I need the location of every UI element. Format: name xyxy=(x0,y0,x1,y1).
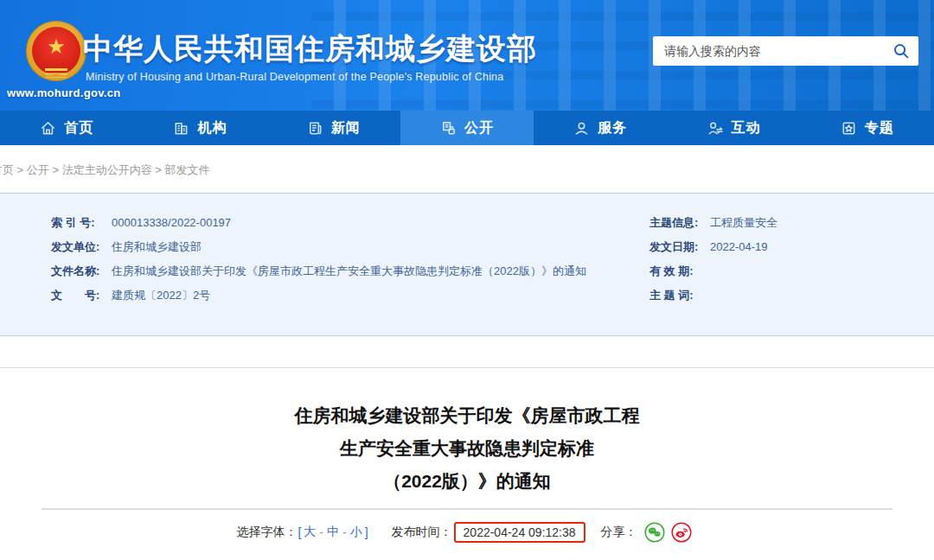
meta-row-issuing-unit: 发文单位: 住房和城乡建设部 xyxy=(51,239,622,255)
meta-row-index-number: 索 引 号: 000013338/2022-00197 xyxy=(51,214,622,231)
service-icon xyxy=(573,120,590,137)
site-header: ★ www.mohurd.gov.cn 中华人民共和国住房和城乡建设部 Mini… xyxy=(0,0,934,111)
nav-item-disclosure[interactable]: 公开 xyxy=(400,111,534,145)
weibo-icon[interactable] xyxy=(671,522,692,543)
wechat-icon[interactable] xyxy=(644,522,665,543)
font-size-medium[interactable]: 中 xyxy=(327,525,339,540)
breadcrumb-bar: 首页 > 公开 > 法定主动公开内容 > 部发文件 xyxy=(0,145,934,193)
article-toolbar: 选择字体： [ 大 - 中 - 小 ] 发布时间： 2022-04-24 09:… xyxy=(0,522,934,543)
site-url: www.mohurd.gov.cn xyxy=(7,86,121,99)
divider xyxy=(42,508,892,510)
share-widget: 分享： xyxy=(601,522,698,543)
publish-timestamp-highlighted: 2022-04-24 09:12:38 xyxy=(454,522,585,543)
meta-row-issue-date: 发文日期: 2022-04-19 xyxy=(649,239,934,255)
publish-time: 发布时间： 2022-04-24 09:12:38 xyxy=(392,522,585,543)
interaction-icon xyxy=(707,120,724,137)
meta-row-document-name: 文件名称: 住房和城乡建设部关于印发《房屋市政工程生产安全重大事故隐患判定标准（… xyxy=(51,263,622,279)
nav-item-topics[interactable]: 专题 xyxy=(801,111,934,145)
font-size-selector: 选择字体： [ 大 - 中 - 小 ] xyxy=(236,525,368,540)
national-emblem-logo: ★ xyxy=(26,21,86,81)
topics-icon xyxy=(841,120,857,137)
article-panel: 住房和城乡建设部关于印发《房屋市政工程 生产安全重大事故隐患判定标准 （2022… xyxy=(0,367,934,560)
search-icon[interactable] xyxy=(892,42,910,60)
site-title: 中华人民共和国住房和城乡建设部 xyxy=(83,29,537,69)
disclosure-icon xyxy=(440,120,457,137)
organization-icon xyxy=(173,120,189,137)
main-nav: 首页 机构 新闻 公开 xyxy=(0,111,934,145)
meta-row-document-number: 文 号: 建质规〔2022〕2号 xyxy=(51,287,622,303)
font-size-large[interactable]: 大 xyxy=(304,525,316,540)
meta-row-validity-period: 有 效 期: xyxy=(649,263,934,279)
breadcrumb[interactable]: 首页 > 公开 > 法定主动公开内容 > 部发文件 xyxy=(0,162,209,178)
article-title: 住房和城乡建设部关于印发《房屋市政工程 生产安全重大事故隐患判定标准 （2022… xyxy=(0,399,934,498)
font-size-small[interactable]: 小 xyxy=(350,525,362,540)
home-icon xyxy=(40,120,56,137)
document-meta-box: 索 引 号: 000013338/2022-00197 发文单位: 住房和城乡建… xyxy=(0,193,934,336)
nav-item-interaction[interactable]: 互动 xyxy=(667,111,800,145)
search-bar[interactable] xyxy=(653,36,918,66)
nav-item-organization[interactable]: 机构 xyxy=(133,111,266,145)
site-subtitle-english: Ministry of Housing and Urban-Rural Deve… xyxy=(86,71,503,83)
nav-item-home[interactable]: 首页 xyxy=(0,111,133,145)
page: ★ www.mohurd.gov.cn 中华人民共和国住房和城乡建设部 Mini… xyxy=(0,0,934,560)
news-icon xyxy=(307,120,323,137)
search-input[interactable] xyxy=(664,44,892,58)
nav-item-news[interactable]: 新闻 xyxy=(267,111,400,145)
meta-row-topic-info: 主题信息: 工程质量安全 xyxy=(649,214,934,231)
nav-item-services[interactable]: 服务 xyxy=(534,111,667,145)
meta-row-subject-words: 主 题 词: xyxy=(649,287,934,303)
